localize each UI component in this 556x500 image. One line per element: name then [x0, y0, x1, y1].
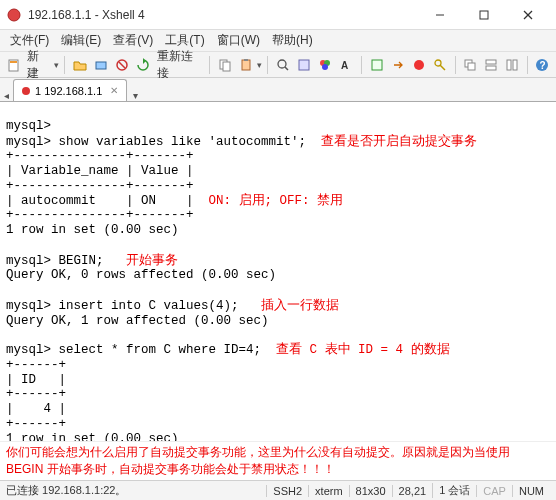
help-button[interactable]: ? [533, 55, 552, 75]
term-line: +------+ [6, 358, 66, 372]
term-line: | Variable_name | Value | [6, 164, 194, 178]
status-ssh: SSH2 [266, 485, 308, 497]
statusbar: 已连接 192.168.1.1:22。 SSH2 xterm 81x30 28,… [0, 480, 556, 500]
status-pos: 28,21 [392, 485, 433, 497]
status-connection: 已连接 192.168.1.1:22。 [6, 483, 266, 498]
svg-rect-6 [10, 61, 17, 63]
menu-window[interactable]: 窗口(W) [211, 30, 266, 51]
status-num: NUM [512, 485, 550, 497]
copy-button[interactable] [215, 55, 234, 75]
term-line: Query OK, 0 rows affected (0.00 sec) [6, 268, 276, 282]
dropdown-icon[interactable]: ▾ [257, 60, 262, 70]
svg-line-15 [285, 67, 288, 70]
transfer-button[interactable] [388, 55, 407, 75]
tabs-dropdown-icon[interactable]: ▾ [133, 90, 138, 101]
dropdown-icon[interactable]: ▾ [54, 60, 59, 70]
reconnect-label: 重新连接 [155, 48, 205, 82]
term-line: mysql> select * from C where ID=4; [6, 343, 261, 357]
connect-button[interactable] [91, 55, 110, 75]
status-dot-icon [22, 87, 30, 95]
term-line: mysql> BEGIN; [6, 254, 104, 268]
svg-rect-28 [486, 66, 496, 70]
term-line: 1 row in set (0.00 sec) [6, 223, 179, 237]
svg-rect-16 [299, 60, 309, 70]
properties-button[interactable] [295, 55, 314, 75]
term-line: mysql> insert into C values(4); [6, 299, 239, 313]
term-line: +------+ [6, 387, 66, 401]
term-line: mysql> show variables like 'autocommit'; [6, 135, 306, 149]
titlebar: 192.168.1.1 - Xshell 4 [0, 0, 556, 30]
tile-v-button[interactable] [503, 55, 522, 75]
status-cap: CAP [476, 485, 512, 497]
open-button[interactable] [70, 55, 89, 75]
term-line: | ID | [6, 373, 66, 387]
svg-point-14 [278, 60, 286, 68]
annotation: 开始事务 [126, 253, 178, 267]
annotation: 查看 C 表中 ID = 4 的数据 [276, 343, 450, 357]
menu-edit[interactable]: 编辑(E) [55, 30, 107, 51]
cascade-button[interactable] [460, 55, 479, 75]
tab-label: 1 192.168.1.1 [35, 85, 102, 97]
status-term: xterm [308, 485, 349, 497]
svg-text:A: A [341, 60, 348, 71]
disconnect-button[interactable] [112, 55, 131, 75]
term-line: +---------------+-------+ [6, 149, 194, 163]
record-button[interactable] [409, 55, 428, 75]
new-label: 新建 [25, 48, 52, 82]
separator [267, 56, 268, 74]
separator [455, 56, 456, 74]
window-buttons [418, 1, 550, 29]
term-line: mysql> [6, 119, 51, 133]
separator [361, 56, 362, 74]
paste-button[interactable] [236, 55, 255, 75]
svg-point-19 [322, 64, 328, 70]
tab-close-icon[interactable]: ✕ [110, 85, 118, 96]
separator [209, 56, 210, 74]
app-icon [6, 7, 22, 23]
svg-rect-7 [96, 62, 106, 69]
maximize-button[interactable] [462, 1, 506, 29]
bottom-note: 你们可能会想为什么启用了自动提交事务功能，这里为什么没有自动提交。原因就是因为当… [0, 441, 556, 480]
annotation: 插入一行数据 [261, 298, 339, 312]
toolbar: 新建 ▾ 重新连接 ▾ A ? [0, 52, 556, 78]
menu-help[interactable]: 帮助(H) [266, 30, 319, 51]
svg-rect-13 [244, 59, 248, 61]
tabbar: ◂ 1 192.168.1.1 ✕ ▾ [0, 78, 556, 102]
svg-line-9 [119, 62, 125, 68]
svg-rect-11 [223, 62, 230, 71]
close-button[interactable] [506, 1, 550, 29]
status-sessions: 1 会话 [432, 483, 476, 498]
font-button[interactable]: A [337, 55, 356, 75]
separator [527, 56, 528, 74]
svg-rect-27 [486, 60, 496, 64]
session-tab[interactable]: 1 192.168.1.1 ✕ [13, 79, 127, 101]
term-line: +---------------+-------+ [6, 208, 194, 222]
menu-view[interactable]: 查看(V) [107, 30, 159, 51]
minimize-button[interactable] [418, 1, 462, 29]
svg-rect-2 [480, 11, 488, 19]
key-button[interactable] [430, 55, 449, 75]
reconnect-button[interactable] [133, 55, 152, 75]
term-line: +------+ [6, 417, 66, 431]
find-button[interactable] [273, 55, 292, 75]
separator [64, 56, 65, 74]
terminal[interactable]: mysql> mysql> show variables like 'autoc… [0, 102, 556, 441]
menubar: 文件(F) 编辑(E) 查看(V) 工具(T) 窗口(W) 帮助(H) [0, 30, 556, 52]
svg-rect-12 [242, 60, 250, 70]
svg-point-0 [8, 9, 20, 21]
svg-rect-26 [468, 63, 475, 70]
term-line: Query OK, 1 row affected (0.00 sec) [6, 314, 269, 328]
script-button[interactable] [367, 55, 386, 75]
tab-prev-icon[interactable]: ◂ [4, 90, 9, 101]
term-line: 1 row in set (0.00 sec) [6, 432, 179, 442]
annotation: 查看是否开启自动提交事务 [321, 134, 477, 148]
annotation: ON: 启用; OFF: 禁用 [209, 194, 344, 208]
svg-rect-30 [513, 60, 517, 70]
svg-rect-21 [372, 60, 382, 70]
window-title: 192.168.1.1 - Xshell 4 [28, 8, 418, 22]
new-button[interactable] [4, 55, 23, 75]
color-button[interactable] [316, 55, 335, 75]
tile-h-button[interactable] [482, 55, 501, 75]
term-line: | 4 | [6, 402, 66, 416]
svg-rect-29 [507, 60, 511, 70]
